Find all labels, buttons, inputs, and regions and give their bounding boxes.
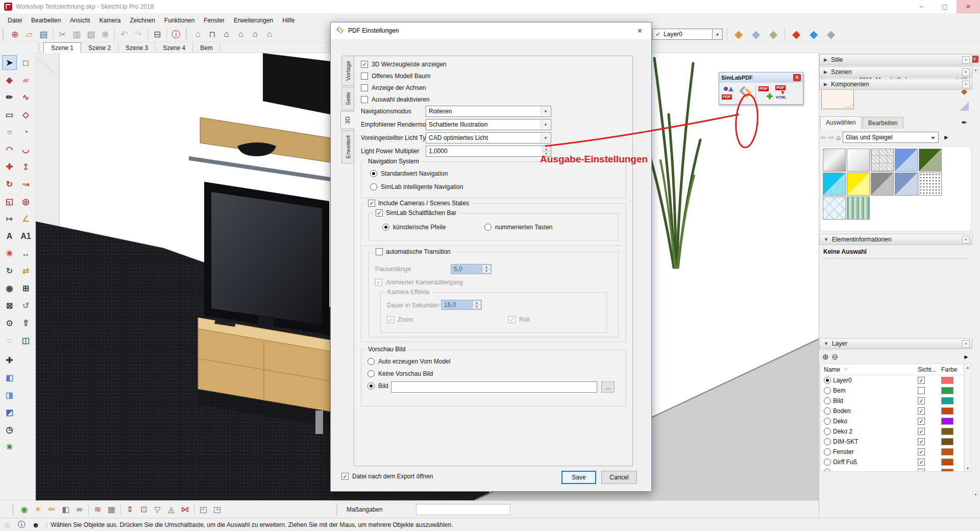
eraser-tool[interactable]: ▰ xyxy=(19,73,33,87)
layer-visible-checkbox[interactable] xyxy=(918,387,925,394)
smoove-button[interactable]: ⇕ xyxy=(123,503,137,516)
material-swatch[interactable] xyxy=(847,173,870,196)
tabs-drag-handle[interactable] xyxy=(38,44,41,51)
rotated-rectangle-tool[interactable]: ◇ xyxy=(19,108,33,122)
two-point-arc-tool[interactable]: ◡ xyxy=(19,142,33,156)
menu-item[interactable]: Funktionen xyxy=(160,15,199,26)
layer-visible-checkbox[interactable] xyxy=(918,418,925,425)
layers-close-icon[interactable]: × xyxy=(962,340,970,348)
material-swatch[interactable] xyxy=(919,149,942,172)
entity-info-section-header[interactable]: ▼ Elementinformationen × xyxy=(819,234,972,245)
collapse-icon[interactable]: ▼ xyxy=(824,341,828,346)
details-arrow-icon[interactable]: ► xyxy=(941,132,952,143)
layer-row[interactable]: Deko 2 xyxy=(821,426,964,437)
previous-view-tool[interactable]: ↺ xyxy=(19,299,33,312)
toggle-terrain-button[interactable]: ◉ xyxy=(17,503,31,516)
scene-tab[interactable]: Szene 3 xyxy=(118,42,156,53)
drape-button[interactable]: ▽ xyxy=(151,503,164,516)
style-monochrome-button[interactable]: ◆ xyxy=(766,28,780,41)
arc-tool[interactable]: ◠ xyxy=(3,142,16,156)
line-tool[interactable]: ✏ xyxy=(3,90,16,104)
box-red-button[interactable]: ◆ xyxy=(789,28,803,41)
dialog-tab[interactable]: Seite xyxy=(341,87,354,110)
material-swatch[interactable] xyxy=(847,149,870,172)
view-right-button[interactable]: ⌂ xyxy=(234,28,248,41)
layer-row[interactable]: Girff Fuß xyxy=(821,457,964,467)
layer-color-chip[interactable] xyxy=(941,387,953,394)
menu-item[interactable]: Erweiterungen xyxy=(229,15,278,26)
scroll-down-icon[interactable]: ▼ xyxy=(965,465,971,471)
paste-button[interactable]: ▧ xyxy=(84,28,98,41)
add-detail-button[interactable]: ◬ xyxy=(164,503,178,516)
collapsed-section-header[interactable]: ▶ Szenen × xyxy=(819,66,972,78)
axes-green-tool[interactable]: ✳ xyxy=(3,440,16,454)
bottom-toolbar-drag-handle[interactable] xyxy=(12,504,15,515)
four-way-move-tool[interactable]: ✚ xyxy=(3,353,16,367)
layer-radio[interactable] xyxy=(824,418,831,425)
dialog-close-icon[interactable]: ✕ xyxy=(628,22,651,39)
column-name[interactable]: Name xyxy=(824,366,840,373)
simlab-cube-3-tool[interactable]: ◩ xyxy=(3,405,16,419)
close-button[interactable]: ✕ xyxy=(957,0,980,13)
copy-button[interactable]: ▥ xyxy=(69,28,84,41)
dialog-tab[interactable]: 3D xyxy=(340,111,354,129)
binoculars-button[interactable]: ∞ xyxy=(72,503,86,516)
shadows-button[interactable]: ☀ xyxy=(31,503,45,516)
chevron-down-icon[interactable]: ▾ xyxy=(541,107,550,116)
default-navigation-radio[interactable] xyxy=(370,170,377,177)
buttons-bar-checkbox[interactable] xyxy=(376,209,383,216)
terrain-from-scratch-button[interactable]: ▦ xyxy=(105,503,118,516)
pdf-to-html-icon[interactable]: PDF ▼ HTML xyxy=(775,85,790,100)
disable-selection-checkbox[interactable] xyxy=(361,96,368,103)
scene-tab[interactable]: Szene 2 xyxy=(81,42,118,53)
layer-color-chip[interactable] xyxy=(941,438,953,445)
box-gray-button[interactable]: ◆ xyxy=(824,28,838,41)
toolbar-drag-handle[interactable] xyxy=(3,29,5,40)
section-close-icon[interactable]: × xyxy=(962,81,970,88)
layer-radio[interactable] xyxy=(824,428,831,435)
look-around-tool[interactable]: ◌ xyxy=(3,333,16,347)
numbered-keys-radio[interactable] xyxy=(484,224,492,231)
select-tool[interactable]: ➤ xyxy=(3,56,16,69)
entity-info-close-icon[interactable]: × xyxy=(962,236,970,244)
layer-color-chip[interactable] xyxy=(941,407,953,415)
view-back-button[interactable]: ⌂ xyxy=(248,28,262,41)
zoom-extents-tool[interactable]: ⊠ xyxy=(3,299,16,312)
layer-radio[interactable] xyxy=(824,377,831,384)
forward-arrow-icon[interactable]: ⇨ xyxy=(828,133,835,141)
material-swatch[interactable] xyxy=(823,149,846,172)
layer-row[interactable]: DIM-SKT xyxy=(821,437,964,447)
menu-item[interactable]: Ansicht xyxy=(65,15,94,26)
scroll-up-icon[interactable]: ▲ xyxy=(965,364,971,370)
back-arrow-icon[interactable]: ⇦ xyxy=(820,133,826,141)
text-tool[interactable]: A xyxy=(3,229,16,243)
layer-radio[interactable] xyxy=(824,438,831,445)
layer-radio[interactable] xyxy=(824,397,831,404)
minimize-button[interactable]: – xyxy=(910,0,933,13)
move-tool[interactable]: ✚ xyxy=(3,160,16,174)
material-swatch[interactable] xyxy=(895,149,918,172)
freehand-tool[interactable]: ∿ xyxy=(19,90,33,104)
menu-item[interactable]: Hilfe xyxy=(278,15,299,26)
simlab-cube-1-tool[interactable]: ◧ xyxy=(3,371,16,384)
view-front-button[interactable]: ⌂ xyxy=(219,28,234,41)
navigation-mode-combobox[interactable]: Rotieren ▾ xyxy=(426,106,551,117)
export-page-1-button[interactable]: ◰ xyxy=(197,503,210,516)
auto-transition-checkbox[interactable] xyxy=(376,248,383,255)
collapsed-section-header[interactable]: ▶ Komponenten × xyxy=(819,79,972,90)
pdf-export-icon[interactable]: PDF xyxy=(722,85,736,100)
model-tree-checkbox[interactable] xyxy=(361,73,368,80)
rectangle-tool[interactable]: ▭ xyxy=(3,108,16,122)
layer-color-chip[interactable] xyxy=(941,458,953,466)
circle-tool[interactable]: ○ xyxy=(3,125,16,139)
3d-text-tool[interactable]: A1 xyxy=(19,229,33,243)
chevron-down-icon[interactable]: ▾ xyxy=(541,133,550,142)
pan-tool[interactable]: ⇄ xyxy=(19,264,33,278)
account-status-icon[interactable]: ☻ xyxy=(29,521,43,529)
layer-visible-checkbox[interactable] xyxy=(918,397,925,404)
material-swatch[interactable] xyxy=(847,197,870,220)
sample-paint-icon[interactable] xyxy=(959,101,969,111)
pdf-import-icon[interactable]: PDF ✚ xyxy=(758,85,773,100)
menu-item[interactable]: Bearbeiten xyxy=(27,15,65,26)
layers-section-header[interactable]: ▼ Layer × xyxy=(819,338,972,349)
